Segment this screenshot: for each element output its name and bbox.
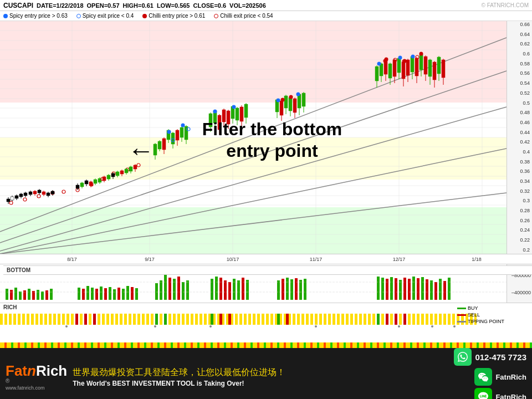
svg-rect-216 — [113, 289, 116, 300]
svg-rect-182 — [433, 62, 436, 80]
wechat-name: FatnRich — [495, 373, 526, 381]
tipping-legend-color — [457, 321, 466, 323]
high-label: HIGH=0.61 — [123, 2, 154, 9]
svg-rect-234 — [228, 282, 231, 300]
svg-rect-249 — [390, 277, 393, 300]
promo-area: FatnRich ® www.fatnrich.com 世界最劲爆投资工具登陆全… — [0, 348, 532, 399]
whatsapp-row: 012-475 7723 — [454, 348, 526, 366]
svg-rect-88 — [116, 172, 119, 176]
price-0.54: 0.54 — [508, 81, 531, 86]
svg-rect-94 — [129, 167, 132, 171]
svg-rect-268 — [75, 314, 78, 325]
price-0.36: 0.36 — [508, 169, 531, 174]
spicy-entry-label: Spicy entry price > 0.63 — [9, 13, 68, 19]
svg-point-151 — [277, 99, 280, 103]
svg-point-153 — [281, 98, 285, 102]
svg-rect-228 — [182, 282, 185, 300]
chilli-entry-dot — [142, 14, 147, 18]
svg-rect-198 — [10, 290, 13, 300]
volume-chart-svg — [0, 272, 507, 302]
svg-rect-146 — [293, 99, 296, 112]
svg-rect-140 — [280, 101, 283, 115]
date-12-17: 12/17 — [393, 257, 406, 262]
rich-legend: BUY SELL TIPPING POINT — [457, 305, 504, 324]
svg-rect-252 — [403, 278, 406, 300]
svg-rect-241 — [286, 278, 289, 300]
svg-rect-82 — [103, 177, 106, 181]
svg-point-194 — [385, 58, 388, 62]
buy-legend-item: BUY — [457, 305, 504, 311]
svg-rect-176 — [420, 54, 423, 70]
svg-rect-213 — [100, 287, 103, 300]
top-info-bar: CUSCAPI DATE=1/22/2018 OPEN=0.57 HIGH=0.… — [0, 0, 532, 11]
sell-legend-label: SELL — [468, 312, 480, 318]
price-0.44: 0.44 — [508, 130, 531, 135]
svg-rect-180 — [428, 60, 432, 76]
svg-rect-272 — [164, 314, 167, 325]
svg-rect-67 — [80, 183, 84, 187]
svg-point-191 — [377, 62, 381, 66]
svg-point-136 — [232, 105, 236, 109]
spicy-entry-legend: Spicy entry price > 0.63 — [3, 13, 68, 19]
spicy-entry-dot — [3, 14, 8, 18]
svg-rect-215 — [109, 287, 111, 300]
svg-rect-178 — [424, 57, 427, 74]
svg-rect-164 — [393, 60, 396, 76]
svg-rect-218 — [122, 289, 125, 300]
svg-point-288 — [453, 325, 456, 328]
date-9-17: 9/17 — [145, 257, 155, 262]
svg-rect-199 — [14, 288, 17, 300]
svg-point-193 — [411, 55, 415, 59]
logo-rich: Rich — [36, 362, 67, 379]
svg-rect-245 — [304, 279, 306, 300]
price-0.24: 0.24 — [508, 228, 531, 233]
svg-rect-73 — [94, 180, 97, 183]
svg-rect-205 — [41, 291, 44, 300]
svg-rect-227 — [177, 277, 180, 300]
chilli-exit-legend: Chilli exit price < 0.54 — [214, 13, 273, 19]
chilli-entry-legend: Chilli entry price > 0.61 — [142, 13, 205, 19]
svg-rect-211 — [91, 288, 94, 300]
svg-rect-253 — [408, 279, 411, 300]
svg-point-287 — [431, 325, 433, 328]
svg-rect-232 — [219, 278, 222, 300]
close-label: CLOSE=0.6 — [193, 2, 226, 9]
svg-rect-200 — [19, 291, 22, 300]
price-0.5: 0.5 — [508, 101, 531, 106]
svg-rect-233 — [224, 280, 227, 300]
vol-400k: –400000 — [508, 290, 531, 295]
svg-rect-69 — [85, 181, 88, 184]
svg-rect-257 — [426, 279, 428, 300]
svg-rect-92 — [125, 169, 128, 173]
svg-rect-214 — [104, 288, 107, 300]
date-8-17: 8/17 — [67, 257, 77, 262]
svg-rect-43 — [7, 199, 10, 202]
rich-label: RICH — [3, 304, 17, 310]
svg-rect-256 — [421, 277, 424, 300]
svg-rect-221 — [135, 288, 138, 300]
svg-rect-279 — [386, 314, 388, 325]
svg-point-282 — [65, 325, 68, 328]
filter-line1: Filter the bottom — [202, 119, 342, 140]
chilli-exit-dot — [214, 14, 218, 18]
svg-rect-250 — [395, 278, 397, 300]
price-0.22: 0.22 — [508, 238, 531, 243]
svg-rect-184 — [437, 57, 441, 74]
price-0.32: 0.32 — [508, 189, 531, 194]
svg-rect-278 — [377, 314, 380, 325]
svg-rect-108 — [176, 130, 179, 140]
date-1-18: 1/18 — [472, 257, 482, 262]
svg-rect-57 — [38, 190, 41, 193]
svg-line-35 — [0, 193, 507, 254]
svg-rect-262 — [448, 278, 451, 300]
svg-rect-254 — [412, 277, 415, 300]
svg-rect-110 — [180, 127, 183, 137]
svg-rect-51 — [24, 193, 27, 196]
svg-rect-148 — [298, 94, 301, 108]
svg-rect-158 — [380, 64, 383, 76]
svg-rect-255 — [417, 278, 420, 300]
svg-rect-277 — [286, 314, 289, 325]
svg-rect-222 — [155, 283, 158, 300]
svg-rect-112 — [185, 126, 188, 140]
svg-line-34 — [0, 149, 507, 254]
